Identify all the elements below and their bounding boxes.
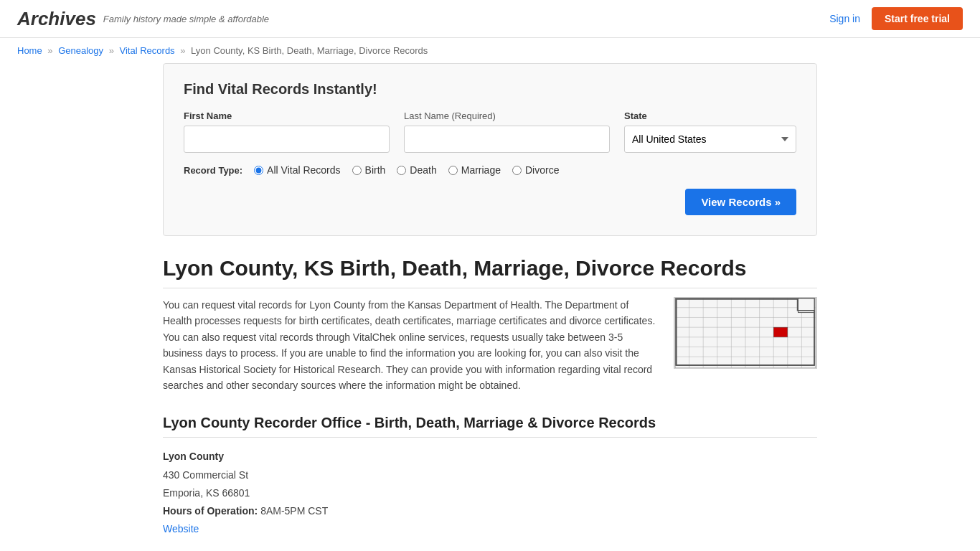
office-county-name: Lyon County: [163, 448, 817, 466]
first-name-input[interactable]: [184, 126, 390, 153]
breadcrumb: Home » Genealogy » Vital Records » Lyon …: [0, 38, 980, 63]
radio-all-input[interactable]: [254, 166, 263, 175]
radio-divorce-label: Divorce: [525, 164, 559, 176]
start-trial-button[interactable]: Start free trial: [872, 7, 963, 30]
breadcrumb-sep-2: »: [109, 45, 114, 56]
radio-marriage-label: Marriage: [461, 164, 501, 176]
header-logo-area: Archives Family history made simple & af…: [17, 8, 269, 30]
view-records-button[interactable]: View Records »: [685, 189, 796, 215]
hours-label: Hours of Operation:: [163, 505, 258, 517]
svg-rect-18: [773, 327, 788, 337]
breadcrumb-sep-1: »: [47, 45, 52, 56]
last-name-input[interactable]: [404, 126, 610, 153]
radio-divorce[interactable]: Divorce: [512, 164, 559, 176]
radio-marriage-input[interactable]: [448, 166, 458, 175]
map-container: [674, 297, 817, 393]
radio-divorce-input[interactable]: [512, 166, 522, 175]
radio-birth-label: Birth: [365, 164, 386, 176]
description-text: You can request vital records for Lyon C…: [163, 297, 656, 393]
last-name-group: Last Name (Required): [404, 110, 610, 153]
state-label: State: [624, 110, 796, 121]
sign-in-link[interactable]: Sign in: [829, 13, 860, 24]
site-logo: Archives: [17, 8, 96, 30]
office-address1: 430 Commercial St: [163, 466, 817, 484]
radio-death[interactable]: Death: [397, 164, 436, 176]
office-website-link[interactable]: Website: [163, 523, 199, 534]
header-actions: Sign in Start free trial: [829, 7, 963, 30]
description-section: You can request vital records for Lyon C…: [163, 297, 817, 393]
first-name-group: First Name: [184, 110, 390, 153]
office-info: Lyon County 430 Commercial St Emporia, K…: [163, 448, 817, 538]
breadcrumb-current: Lyon County, KS Birth, Death, Marriage, …: [191, 45, 428, 56]
hours-text: 8AM-5PM CST: [260, 505, 328, 517]
breadcrumb-vital-records[interactable]: Vital Records: [120, 45, 175, 56]
state-group: State All United StatesAlabamaAlaskaAriz…: [624, 110, 796, 153]
radio-birth-input[interactable]: [352, 166, 362, 175]
record-type-label: Record Type:: [184, 165, 242, 176]
breadcrumb-sep-3: »: [180, 45, 185, 56]
radio-marriage[interactable]: Marriage: [448, 164, 501, 176]
section-title: Lyon County Recorder Office - Birth, Dea…: [163, 415, 817, 438]
breadcrumb-home[interactable]: Home: [17, 45, 42, 56]
breadcrumb-genealogy[interactable]: Genealogy: [58, 45, 103, 56]
radio-all-label: All Vital Records: [267, 164, 340, 176]
first-name-label: First Name: [184, 110, 390, 121]
radio-group: All Vital Records Birth Death Marriage D…: [254, 164, 559, 176]
office-hours: Hours of Operation: 8AM-5PM CST: [163, 502, 817, 520]
main-content: Find Vital Records Instantly! First Name…: [146, 63, 834, 551]
view-records-row: View Records »: [184, 189, 796, 215]
search-fields: First Name Last Name (Required) State Al…: [184, 110, 796, 153]
radio-birth[interactable]: Birth: [352, 164, 386, 176]
radio-death-label: Death: [410, 164, 436, 176]
last-name-label: Last Name (Required): [404, 110, 610, 121]
page-title: Lyon County, KS Birth, Death, Marriage, …: [163, 256, 817, 288]
record-type-row: Record Type: All Vital Records Birth Dea…: [184, 164, 796, 176]
state-select[interactable]: All United StatesAlabamaAlaskaArizonaArk…: [624, 126, 796, 153]
kansas-map: [674, 297, 817, 369]
radio-death-input[interactable]: [397, 166, 406, 175]
site-tagline: Family history made simple & affordable: [103, 14, 269, 24]
search-title: Find Vital Records Instantly!: [184, 81, 796, 98]
search-box: Find Vital Records Instantly! First Name…: [163, 63, 817, 236]
site-header: Archives Family history made simple & af…: [0, 0, 980, 38]
office-city-state-zip: Emporia, KS 66801: [163, 484, 817, 502]
radio-all[interactable]: All Vital Records: [254, 164, 340, 176]
